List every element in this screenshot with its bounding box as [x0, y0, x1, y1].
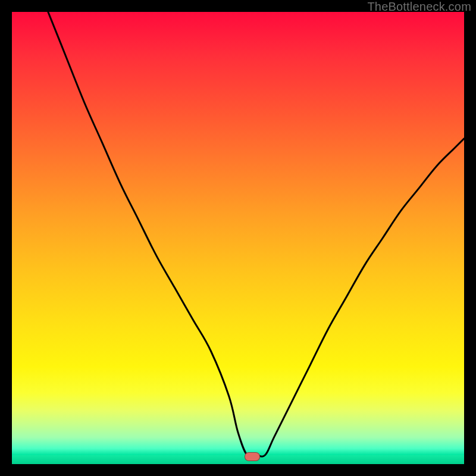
optimum-marker — [245, 452, 260, 461]
plot-area — [12, 12, 464, 464]
bottleneck-curve — [12, 12, 464, 464]
chart-frame: TheBottleneck.com — [0, 0, 476, 476]
